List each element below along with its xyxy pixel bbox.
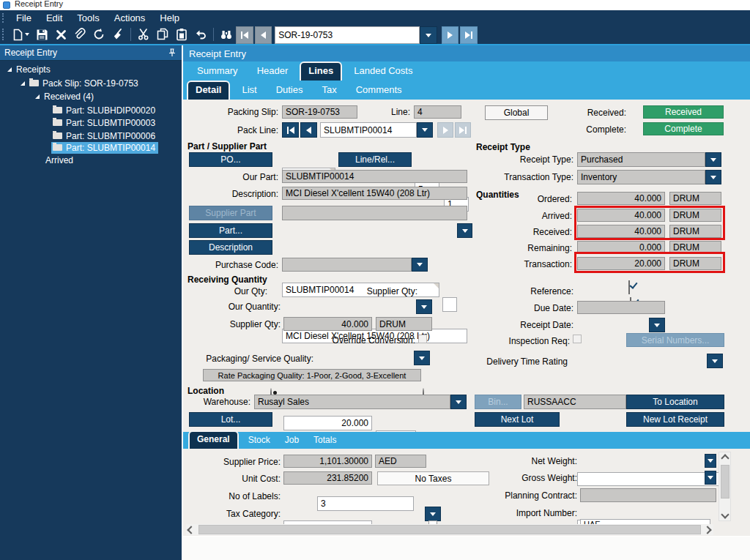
complete-status-badge[interactable]: Complete (643, 122, 724, 135)
menu-tools[interactable]: Tools (70, 11, 106, 25)
lot-button[interactable]: Lot... (189, 412, 272, 427)
new-icon[interactable] (9, 26, 32, 42)
tab-tax[interactable]: Tax (313, 81, 346, 100)
record-id-combo[interactable]: SOR-19-0753 (275, 26, 420, 44)
pack-line-prev-button[interactable] (300, 122, 317, 138)
tab-detail[interactable]: Detail (187, 81, 230, 100)
inspection-req-checkbox[interactable] (573, 335, 582, 343)
pack-line-first-button[interactable] (282, 122, 299, 138)
tree-item-part-2[interactable]: Part: SLUBMTIP00003 (0, 116, 155, 129)
receipt-type-dropdown[interactable] (705, 152, 721, 167)
gross-weight-uom-dropdown[interactable] (705, 471, 716, 485)
scroll-left-button[interactable] (187, 526, 196, 534)
tree-item-receipts[interactable]: Receipts (0, 63, 51, 75)
supplier-part-field (282, 206, 467, 220)
next-lot-button[interactable]: Next Lot (475, 412, 560, 427)
tab-totals[interactable]: Totals (306, 433, 344, 449)
pack-line-next-button[interactable] (437, 122, 453, 138)
to-location-button[interactable]: To Location (626, 395, 724, 409)
global-button[interactable]: Global (485, 105, 548, 120)
clear-icon[interactable] (108, 26, 127, 42)
refresh-icon[interactable] (89, 26, 108, 42)
delete-icon[interactable] (51, 26, 70, 42)
warehouse-dropdown[interactable] (450, 395, 467, 409)
horizontal-scrollbar[interactable] (186, 524, 713, 535)
received-qty-field: 40.000 (577, 225, 665, 238)
next-record-button[interactable] (442, 26, 459, 44)
description-button[interactable]: Description (189, 240, 272, 255)
vertical-scrollbar[interactable] (719, 452, 731, 521)
record-id-dropdown[interactable] (420, 26, 437, 44)
pack-line-combo[interactable]: SLUBMTIP00014 (320, 122, 417, 138)
transaction-type-dropdown[interactable] (705, 170, 721, 184)
our-uom-dropdown[interactable] (416, 299, 432, 314)
new-dropdown-caret[interactable] (25, 33, 29, 36)
pack-line-last-button[interactable] (455, 122, 471, 138)
tab-stock[interactable]: Stock (241, 433, 278, 449)
undo-icon[interactable] (191, 26, 210, 42)
tab-landed-costs[interactable]: Landed Costs (344, 62, 422, 81)
paste-icon[interactable] (172, 26, 191, 42)
attach-icon[interactable] (70, 26, 89, 42)
copy-icon[interactable] (153, 26, 172, 42)
tax-category-dropdown[interactable] (425, 507, 441, 521)
find-icon[interactable] (217, 26, 236, 42)
no-taxes-button[interactable]: No Taxes (377, 471, 489, 485)
part-button[interactable]: Part... (189, 223, 272, 238)
net-weight-label: Net Weight: (475, 456, 577, 466)
packaging-quality-combo[interactable]: 3 (317, 496, 414, 511)
tree-item-part-3[interactable]: Part: SLUBMTIP00006 (0, 130, 155, 142)
previous-record-button[interactable] (255, 26, 272, 44)
receipt-type-combo[interactable]: Purchased (577, 152, 705, 167)
rate-quality-note: Rate Packaging Quality: 1-Poor, 2-Good, … (203, 369, 421, 381)
tree-item-received[interactable]: Received (4) (0, 90, 94, 102)
vertical-scroll-thumb[interactable] (721, 465, 729, 499)
override-conversion-checkbox[interactable] (418, 335, 427, 343)
part-uom-combo[interactable] (442, 297, 457, 312)
new-lot-receipt-button[interactable]: New Lot Receipt (626, 412, 724, 427)
tab-summary[interactable]: Summary (188, 62, 248, 81)
received-checkbox[interactable] (628, 280, 630, 294)
scroll-right-button[interactable] (703, 526, 712, 534)
menu-help[interactable]: Help (152, 11, 187, 25)
tab-general[interactable]: General (188, 430, 239, 449)
first-record-button[interactable] (236, 26, 253, 44)
tab-comments[interactable]: Comments (346, 81, 412, 100)
tree-item-pack-slip[interactable]: Pack Slip: SOR-19-0753 (0, 77, 138, 89)
reference-field[interactable] (577, 472, 723, 486)
tree-item-arrived[interactable]: Arrived (0, 154, 73, 166)
tab-job[interactable]: Job (278, 433, 306, 449)
expand-icon[interactable] (7, 67, 12, 72)
packing-slip-label: Packing Slip: (176, 107, 278, 117)
horizontal-scroll-thumb[interactable] (198, 525, 701, 534)
line-rel-button[interactable]: Line/Rel... (338, 152, 412, 167)
save-icon[interactable] (32, 26, 51, 42)
scroll-up-button[interactable] (721, 454, 729, 463)
scroll-down-button[interactable] (721, 510, 729, 519)
menu-file[interactable]: File (9, 11, 39, 25)
tree-item-part-4-selected[interactable]: Part: SLUBMTIP00014 (0, 141, 158, 154)
receipt-date-dropdown[interactable] (649, 318, 665, 332)
warehouse-combo[interactable]: Rusayl Sales (254, 395, 450, 409)
po-button[interactable]: PO... (189, 152, 272, 167)
delivery-rating-dropdown[interactable] (707, 354, 723, 368)
purchase-code-dropdown[interactable] (412, 258, 428, 272)
expand-icon[interactable] (21, 81, 25, 86)
received-status-badge[interactable]: Received (643, 105, 724, 119)
our-quantity-field[interactable]: 20.000 (283, 416, 372, 430)
pin-icon[interactable] (168, 48, 176, 57)
tab-lines[interactable]: Lines (300, 61, 342, 81)
pack-line-dropdown[interactable] (417, 122, 433, 138)
expand-icon[interactable] (35, 94, 40, 99)
packaging-quality-dropdown[interactable] (414, 351, 430, 365)
net-weight-uom-dropdown[interactable] (705, 454, 716, 468)
cut-icon[interactable] (134, 26, 153, 42)
menu-actions[interactable]: Actions (107, 11, 153, 25)
tab-header[interactable]: Header (248, 62, 298, 81)
tab-list[interactable]: List (232, 81, 266, 100)
tree-item-part-1[interactable]: Part: SLUBHDIP00020 (0, 104, 155, 116)
tab-duties[interactable]: Duties (267, 81, 313, 100)
menu-edit[interactable]: Edit (39, 11, 70, 25)
transaction-type-combo[interactable]: Inventory (577, 170, 705, 184)
last-record-button[interactable] (460, 26, 478, 44)
